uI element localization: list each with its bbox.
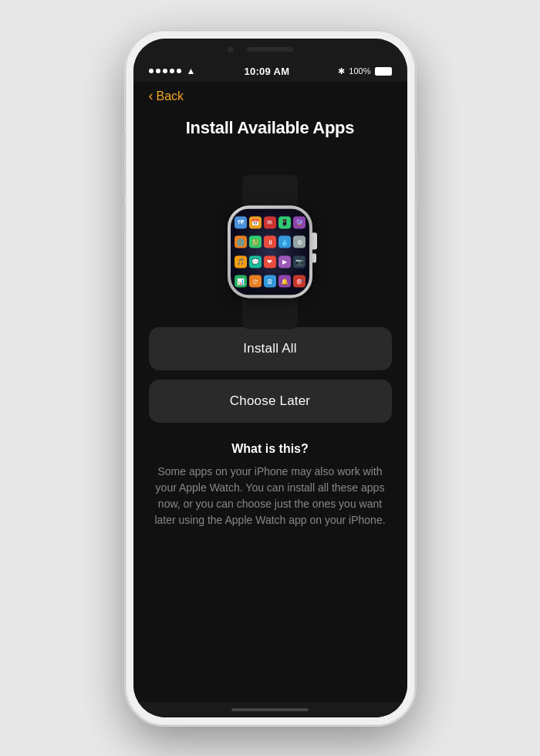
watch-app-icon: 💧	[278, 236, 291, 248]
signal-dot-1	[149, 69, 154, 73]
status-time: 10:09 AM	[244, 66, 289, 77]
battery-icon	[375, 67, 392, 76]
watch-side-button	[312, 254, 316, 263]
speaker-grille	[247, 47, 293, 52]
watch-app-icon: ✉	[264, 216, 276, 228]
home-bar	[231, 708, 309, 711]
home-indicator	[133, 702, 407, 717]
info-title: What is this?	[149, 442, 392, 456]
watch-app-icon: 🎵	[235, 255, 247, 268]
phone-screen: ▲ 10:09 AM ✱ 100% ‹ Back Insta	[133, 39, 407, 717]
bluetooth-icon: ✱	[338, 66, 345, 76]
watch-crown	[311, 233, 317, 250]
signal-dot-5	[177, 69, 181, 73]
phone-top-bar	[133, 39, 407, 60]
watch-band-bottom	[242, 299, 298, 329]
front-camera	[228, 46, 234, 52]
watch-band-top	[242, 175, 298, 206]
watch-app-icon: ❤	[264, 255, 276, 268]
watch-app-icon: 💹	[249, 236, 262, 248]
watch-app-icon: 🗺	[235, 216, 247, 228]
watch-app-icon: ▶	[278, 255, 291, 268]
watch-app-icon: 📊	[235, 275, 247, 288]
signal-dot-2	[156, 69, 160, 73]
watch-app-icon: 📱	[278, 216, 291, 228]
back-chevron-icon: ‹	[149, 88, 154, 104]
watch-app-icon: 💬	[249, 255, 262, 268]
watch-app-icon: 📅	[249, 216, 262, 228]
page-title: Install Available Apps	[186, 118, 354, 138]
watch-app-icon: ⏱	[249, 275, 262, 288]
watch-screen: 🗺📅✉📱🔮🌐💹⏸💧⚙🎵💬❤▶📷📊⏱🗓🔔🎯	[231, 209, 309, 295]
info-description: Some apps on your iPhone may also work w…	[149, 464, 392, 528]
phone-frame: ▲ 10:09 AM ✱ 100% ‹ Back Insta	[126, 31, 415, 725]
screen-content: ‹ Back Install Available Apps 🗺📅✉📱	[133, 82, 407, 717]
signal-dot-3	[163, 69, 167, 73]
info-section: What is this? Some apps on your iPhone m…	[149, 442, 392, 528]
watch-app-icon: 🔔	[278, 275, 291, 288]
watch-app-icon: ⏸	[264, 236, 276, 248]
status-bar: ▲ 10:09 AM ✱ 100%	[133, 60, 407, 82]
watch-illustration: 🗺📅✉📱🔮🌐💹⏸💧⚙🎵💬❤▶📷📊⏱🗓🔔🎯	[204, 154, 336, 308]
status-right-area: ✱ 100%	[338, 66, 391, 76]
watch-app-icon: 📷	[293, 255, 305, 268]
install-all-button[interactable]: Install All	[149, 327, 392, 370]
battery-percent: 100%	[349, 66, 370, 76]
watch-app-icon: ⚙	[293, 236, 305, 248]
signal-dot-4	[170, 69, 174, 73]
watch-app-icon: 🔮	[293, 216, 305, 228]
signal-area: ▲	[149, 66, 196, 76]
apps-grid: 🗺📅✉📱🔮🌐💹⏸💧⚙🎵💬❤▶📷📊⏱🗓🔔🎯	[231, 209, 309, 295]
back-label: Back	[157, 89, 184, 103]
nav-bar: ‹ Back	[133, 82, 407, 110]
watch-app-icon: 🎯	[293, 275, 305, 288]
watch-app-icon: 🗓	[264, 275, 276, 288]
wifi-icon: ▲	[187, 66, 196, 76]
choose-later-button[interactable]: Choose Later	[149, 380, 392, 423]
main-content: Install Available Apps 🗺📅✉📱🔮🌐💹⏸💧⚙🎵💬❤▶📷📊⏱…	[133, 110, 407, 702]
back-button[interactable]: ‹ Back	[149, 88, 184, 104]
button-group: Install All Choose Later	[149, 327, 392, 423]
watch-case: 🗺📅✉📱🔮🌐💹⏸💧⚙🎵💬❤▶📷📊⏱🗓🔔🎯	[228, 206, 312, 299]
watch-body: 🗺📅✉📱🔮🌐💹⏸💧⚙🎵💬❤▶📷📊⏱🗓🔔🎯	[224, 175, 316, 287]
watch-app-icon: 🌐	[235, 236, 247, 248]
